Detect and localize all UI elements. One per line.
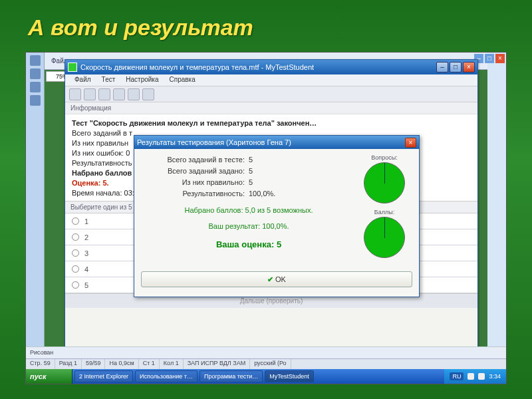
ok-button[interactable]: ✔OK: [141, 271, 412, 287]
grade-line: Ваша оценка: 5: [141, 239, 356, 249]
start-button[interactable]: пуск: [26, 369, 72, 384]
status-cell: Кол 1: [160, 359, 184, 369]
desktop-area: Файл 75% × □ – Скорость движения молекул…: [25, 52, 507, 384]
pie-caption-points: Баллы:: [356, 209, 412, 215]
answer-label: 4: [84, 265, 88, 273]
pie-chart-points: [364, 217, 405, 258]
taskbar: пуск 2 Internet Explorer Использование т…: [26, 369, 506, 384]
results-dialog: Результаты тестирования (Харитонов Гена …: [134, 135, 420, 297]
percent-line: Ваш результат: 100,0%.: [141, 221, 356, 231]
points-line: Набрано баллов: 5,0 из 5 возможных.: [141, 205, 356, 215]
status-cell: Разд 1: [55, 359, 82, 369]
close-button[interactable]: ×: [463, 62, 475, 72]
menu-settings[interactable]: Настройка: [120, 74, 164, 86]
toolbar-button[interactable]: [128, 88, 140, 100]
answer-label: 3: [84, 249, 88, 257]
result-value: 5: [249, 154, 253, 166]
close-icon[interactable]: ×: [495, 54, 505, 63]
pie-caption-questions: Вопросы:: [356, 154, 412, 161]
toolbar-button[interactable]: [113, 88, 125, 100]
titlebar[interactable]: Скорость движения молекул и температура …: [65, 60, 477, 74]
draw-label: Рисован: [30, 349, 53, 356]
language-indicator[interactable]: RU: [450, 372, 464, 380]
menu-help[interactable]: Справка: [164, 74, 201, 86]
word-tool-icon[interactable]: [30, 68, 41, 79]
answer-label: 1: [84, 217, 88, 225]
menu-test[interactable]: Тест: [96, 74, 121, 86]
clock[interactable]: 3:34: [489, 373, 501, 380]
answer-label: 2: [84, 233, 88, 241]
result-label: Из них правильно:: [141, 177, 249, 188]
tray-icon[interactable]: [478, 373, 485, 380]
check-icon: ✔: [267, 275, 273, 283]
result-label: Всего заданий задано:: [141, 166, 249, 177]
toolbar: [65, 86, 477, 102]
window-title: Скорость движения молекул и температура …: [80, 63, 436, 71]
slide-title: А вот и результат: [0, 0, 532, 50]
result-value: 100,0%.: [249, 188, 275, 200]
minimize-button[interactable]: –: [436, 62, 448, 72]
result-value: 5: [249, 177, 253, 188]
toolbar-button[interactable]: [98, 88, 110, 100]
ok-label: OK: [275, 275, 286, 283]
word-statusbar: Стр. 59 Разд 1 59/59 На 0,9см Ст 1 Кол 1…: [26, 358, 506, 369]
result-label: Всего заданий в тесте:: [141, 154, 249, 166]
status-cell: русский (Ро: [250, 359, 291, 369]
toolbar-button[interactable]: [142, 88, 154, 100]
status-cell: 59/59: [82, 359, 106, 369]
word-icon: [30, 55, 41, 66]
word-draw-toolbar: Рисован: [26, 346, 506, 358]
radio-icon[interactable]: [72, 217, 79, 225]
app-icon: [68, 63, 77, 72]
word-right-panel: × □ –: [487, 53, 506, 370]
task-button[interactable]: Использование т…: [135, 370, 198, 382]
word-tool-icon[interactable]: [30, 95, 41, 106]
result-label: Результативность:: [141, 188, 249, 200]
task-button[interactable]: Программа тести…: [200, 370, 263, 382]
dialog-title: Результаты тестирования (Харитонов Гена …: [137, 138, 405, 146]
info-label: Информация: [65, 102, 477, 114]
status-cell: Ст 1: [139, 359, 160, 369]
dialog-close-button[interactable]: ×: [405, 138, 416, 148]
radio-icon[interactable]: [72, 265, 79, 273]
toolbar-button[interactable]: [69, 88, 81, 100]
result-value: 5: [249, 166, 253, 177]
radio-icon[interactable]: [72, 281, 79, 289]
dialog-titlebar[interactable]: Результаты тестирования (Харитонов Гена …: [134, 136, 419, 149]
task-button-active[interactable]: MyTestStudent: [265, 370, 314, 382]
tray-icon[interactable]: [467, 373, 474, 380]
menu-file[interactable]: Файл: [69, 74, 96, 86]
pie-chart-questions: [364, 162, 405, 203]
test-finished-line: Тест "Скорость движения молекул и темпер…: [72, 118, 471, 128]
maximize-button[interactable]: □: [450, 62, 462, 72]
radio-icon[interactable]: [72, 233, 79, 241]
task-button[interactable]: 2 Internet Explorer: [74, 370, 133, 382]
maximize-icon[interactable]: □: [485, 54, 494, 63]
radio-icon[interactable]: [72, 249, 79, 257]
status-cell: Стр. 59: [26, 359, 55, 369]
word-tool-icon[interactable]: [30, 82, 41, 92]
status-cell: ЗАП ИСПР ВДЛ ЗАМ: [184, 359, 251, 369]
system-tray: RU 3:34: [444, 369, 506, 384]
toolbar-button[interactable]: [84, 88, 96, 100]
answer-label: 5: [84, 281, 88, 289]
status-cell: На 0,9см: [105, 359, 138, 369]
word-left-toolbar: [26, 53, 45, 370]
menubar: Файл Тест Настройка Справка: [65, 74, 477, 86]
